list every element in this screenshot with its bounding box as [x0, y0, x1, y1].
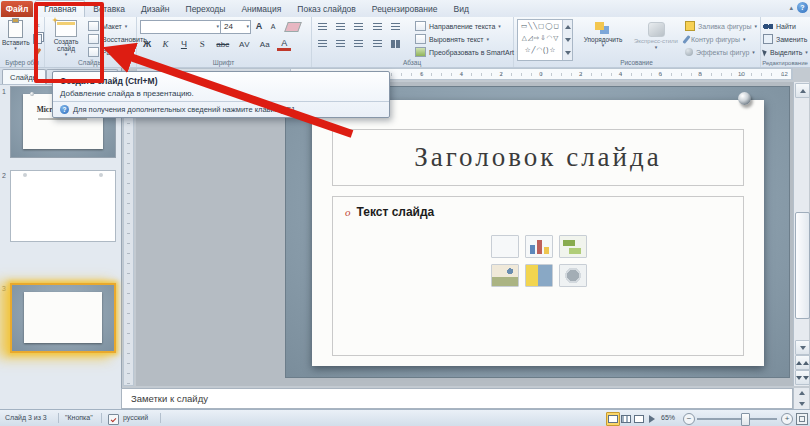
status-bar: Слайд 3 из 3 "Кнопка" русский 65% − + — [0, 409, 810, 426]
align-center-button[interactable] — [333, 37, 347, 50]
spell-check-icon[interactable] — [108, 414, 119, 425]
scrollbar-thumb[interactable] — [795, 212, 810, 319]
bullets-button[interactable] — [315, 20, 329, 33]
vertical-scrollbar[interactable] — [793, 82, 809, 386]
shapes-gallery-scrollbar[interactable] — [562, 20, 572, 60]
align-text-button[interactable]: Выровнять текст▾ — [415, 33, 489, 45]
shrink-font-button[interactable]: А — [266, 19, 280, 33]
tab-slides-pane[interactable]: Слайды — [2, 69, 46, 84]
underline-button[interactable]: Ч — [177, 37, 191, 51]
align-left-icon — [318, 40, 327, 48]
align-right-button[interactable] — [352, 37, 366, 50]
line-spacing-button[interactable] — [389, 20, 403, 33]
tab-animations[interactable]: Анимация — [233, 0, 289, 17]
paste-button[interactable]: Вставить ▾ — [2, 19, 29, 50]
align-right-icon — [354, 40, 363, 48]
group-slides: Создать слайд ▾ Макет▾ Восстановить Разд… — [44, 17, 137, 67]
numbering-button[interactable] — [333, 20, 347, 33]
decrease-indent-button[interactable] — [352, 20, 366, 33]
title-placeholder[interactable]: Заголовок слайда — [332, 129, 744, 186]
italic-button[interactable]: К — [158, 37, 172, 51]
help-icon[interactable]: ? — [797, 2, 808, 13]
font-name-combobox[interactable]: ▾ — [140, 20, 221, 34]
zoom-level[interactable]: 65% — [661, 410, 675, 426]
fit-to-window-icon[interactable] — [796, 413, 808, 425]
group-label-drawing: Рисование — [513, 59, 760, 66]
tab-home[interactable]: Главная — [35, 0, 85, 17]
slide-thumbnail-3-selected[interactable] — [10, 283, 116, 353]
bold-button[interactable]: Ж — [140, 37, 154, 51]
notes-scrollbar[interactable] — [793, 388, 809, 409]
bullets-icon — [318, 23, 327, 31]
arrange-button[interactable]: Упорядочить ▾ — [579, 21, 627, 47]
layout-button[interactable]: Макет▾ — [88, 20, 127, 32]
replace-button[interactable]: Заменить▾ — [763, 33, 810, 45]
insert-clipart-icon[interactable] — [525, 264, 553, 287]
format-painter-button[interactable] — [31, 46, 43, 58]
slide-sorter-view-button[interactable] — [619, 412, 633, 426]
find-button[interactable]: Найти — [763, 20, 796, 32]
strikethrough-button[interactable]: abc — [214, 37, 232, 51]
previous-slide-button[interactable] — [795, 355, 810, 370]
shape-fill-button[interactable]: Заливка фигуры▾ — [685, 20, 757, 32]
tab-insert[interactable]: Вставка — [85, 0, 133, 17]
tooltip-description: Добавление слайда в презентацию. — [60, 89, 194, 98]
shape-outline-button[interactable]: Контур фигуры▾ — [685, 33, 745, 45]
insert-table-icon[interactable] — [491, 235, 519, 258]
text-direction-button[interactable]: Направление текста▾ — [415, 20, 501, 32]
slide-thumbnail-2[interactable] — [10, 170, 116, 242]
convert-smartart-button[interactable]: Преобразовать в SmartArt▾ — [415, 46, 519, 58]
scroll-down-button[interactable] — [795, 340, 810, 355]
tab-view[interactable]: Вид — [445, 0, 476, 17]
new-slide-button[interactable]: Создать слайд ▾ — [47, 19, 85, 56]
zoom-in-button[interactable]: + — [781, 413, 793, 425]
font-color-button[interactable]: А — [277, 37, 291, 51]
clear-formatting-button[interactable] — [284, 22, 302, 32]
grow-font-button[interactable]: А — [252, 19, 266, 33]
reading-view-button[interactable] — [632, 412, 646, 426]
normal-view-button[interactable] — [606, 412, 620, 426]
slide-counter: Слайд 3 из 3 — [5, 410, 47, 426]
quick-styles-button[interactable]: Экспресс-стили ▾ — [631, 21, 681, 49]
insert-picture-icon[interactable] — [491, 264, 519, 287]
content-placeholder[interactable]: ο Текст слайда — [332, 196, 744, 356]
select-button[interactable]: Выделить▾ — [763, 46, 808, 58]
tab-transitions[interactable]: Переходы — [178, 0, 234, 17]
collapse-ribbon-icon[interactable]: ▴ — [789, 4, 793, 12]
text-shadow-button[interactable]: S — [195, 37, 209, 51]
zoom-slider-track[interactable] — [697, 418, 777, 420]
language-indicator[interactable]: русский — [123, 410, 148, 426]
section-button[interactable]: Раздел▾ — [88, 46, 131, 58]
shape-fill-icon — [685, 21, 695, 31]
shapes-gallery[interactable]: ▭╲╲▢◯◻ △◿⇨⇩◠▽ ☆╱◠()☆ — [517, 19, 573, 61]
notes-pane[interactable]: Заметки к слайду — [121, 388, 793, 409]
justify-button[interactable] — [370, 37, 384, 50]
tab-design[interactable]: Дизайн — [133, 0, 178, 17]
next-slide-button[interactable] — [795, 370, 810, 385]
insert-smartart-icon[interactable] — [559, 235, 587, 258]
copy-icon — [33, 34, 42, 44]
change-case-button[interactable]: Аа — [257, 37, 273, 51]
align-left-button[interactable] — [315, 37, 329, 50]
insert-media-icon[interactable] — [559, 264, 587, 287]
slide-editing-area: Заголовок слайда ο Текст слайда — [136, 82, 793, 386]
insert-chart-icon[interactable] — [525, 235, 553, 258]
tab-review[interactable]: Рецензирование — [364, 0, 446, 17]
tab-file[interactable]: Файл — [1, 1, 33, 17]
shape-effects-button[interactable]: Эффекты фигур▾ — [685, 46, 755, 58]
justify-icon — [373, 40, 382, 48]
font-size-combobox[interactable]: 24▾ — [220, 20, 251, 34]
tab-slideshow[interactable]: Показ слайдов — [289, 0, 364, 17]
character-spacing-button[interactable]: АV — [236, 37, 252, 51]
scroll-up-button[interactable] — [795, 83, 810, 98]
copy-button[interactable] — [31, 33, 43, 45]
columns-button[interactable] — [389, 37, 403, 50]
zoom-slider-thumb[interactable] — [741, 413, 750, 426]
slideshow-view-button[interactable] — [645, 412, 659, 426]
increase-indent-button[interactable] — [370, 20, 384, 33]
zoom-out-button[interactable]: − — [683, 413, 695, 425]
theme-name: "Кнопка" — [65, 410, 93, 426]
slide-canvas[interactable]: Заголовок слайда ο Текст слайда — [285, 86, 790, 378]
cut-button[interactable]: ✂ — [31, 20, 43, 32]
group-drawing: ▭╲╲▢◯◻ △◿⇨⇩◠▽ ☆╱◠()☆ Упорядочить ▾ Экспр… — [513, 17, 761, 67]
